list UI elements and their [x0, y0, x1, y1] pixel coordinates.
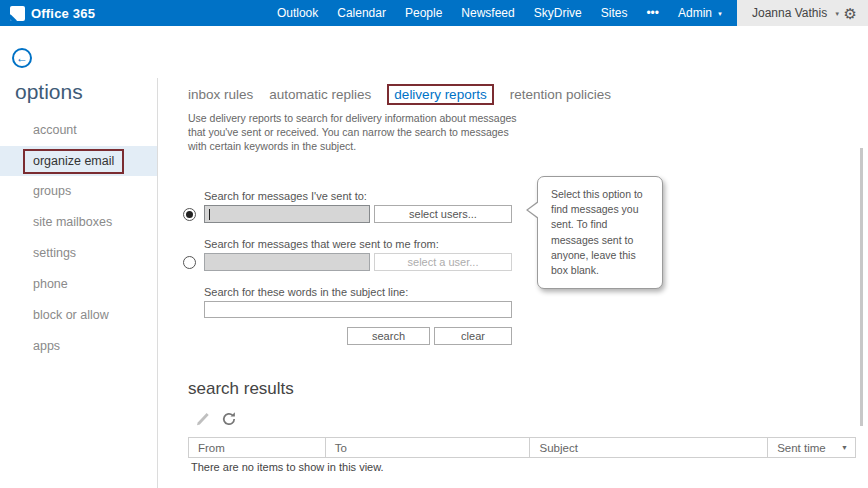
column-header-sent-time[interactable]: Sent time ▼: [768, 438, 856, 457]
sidebar-item-site-mailboxes[interactable]: site mailboxes: [0, 207, 157, 238]
column-header-from[interactable]: From: [189, 438, 326, 457]
column-label: Sent time: [777, 442, 826, 454]
column-label: From: [198, 442, 225, 454]
user-menu[interactable]: Joanna Vathis ▼: [752, 6, 840, 20]
sidebar: account organize email groups site mailb…: [0, 115, 157, 362]
tab-retention-policies[interactable]: retention policies: [510, 87, 611, 102]
sidebar-divider: [157, 78, 158, 488]
sent-from-input[interactable]: [204, 253, 370, 271]
topbar-user-area: Joanna Vathis ▼ ⚙: [737, 0, 868, 26]
select-a-user-button[interactable]: select a user...: [374, 253, 512, 271]
admin-menu[interactable]: Admin ▼: [678, 6, 723, 20]
owa-options-screen: Office 365 Outlook Calendar People Newsf…: [0, 0, 868, 488]
column-label: Subject: [539, 442, 577, 454]
back-button[interactable]: ←: [12, 48, 32, 68]
sidebar-item-block-or-allow[interactable]: block or allow: [0, 300, 157, 331]
results-table-header: From To Subject Sent time ▼: [188, 437, 856, 458]
empty-results-message: There are no items to show in this view.: [191, 461, 384, 473]
sent-to-label: Search for messages I've sent to:: [204, 190, 367, 202]
tab-inbox-rules[interactable]: inbox rules: [188, 87, 253, 102]
clear-button[interactable]: clear: [434, 327, 512, 345]
page-title: options: [15, 80, 83, 104]
topnav-item-calendar[interactable]: Calendar: [337, 6, 386, 20]
office365-logo-icon: [10, 6, 25, 21]
text-cursor: [209, 209, 210, 220]
refresh-icon[interactable]: [221, 411, 237, 427]
tab-bar: inbox rules automatic replies delivery r…: [188, 84, 611, 105]
sent-to-radio[interactable]: [183, 208, 196, 221]
tab-description: Use delivery reports to search for deliv…: [188, 111, 530, 154]
topnav-item-people[interactable]: People: [405, 6, 442, 20]
more-apps-button[interactable]: •••: [646, 6, 659, 20]
edit-pencil-icon[interactable]: [195, 411, 211, 427]
vertical-scrollbar[interactable]: [860, 148, 863, 426]
column-header-subject[interactable]: Subject: [530, 438, 768, 457]
select-users-button[interactable]: select users...: [374, 205, 512, 223]
back-arrow-icon: ←: [16, 52, 28, 64]
admin-label: Admin: [678, 6, 712, 20]
office365-brand[interactable]: Office 365: [10, 6, 95, 21]
chevron-down-icon: ▼: [717, 11, 723, 17]
column-header-to[interactable]: To: [326, 438, 531, 457]
search-button[interactable]: search: [347, 327, 430, 345]
topnav-item-skydrive[interactable]: SkyDrive: [534, 6, 582, 20]
gear-icon[interactable]: ⚙: [844, 6, 857, 21]
brand-name: Office 365: [31, 6, 95, 21]
sort-descending-icon[interactable]: ▼: [841, 444, 848, 451]
subject-words-input[interactable]: [204, 301, 512, 318]
sidebar-item-settings[interactable]: settings: [0, 238, 157, 269]
annotation-box: organize email: [23, 149, 124, 174]
tooltip-callout: Select this option to find messages you …: [537, 176, 663, 289]
sidebar-item-organize-email[interactable]: organize email: [0, 146, 157, 176]
search-results-title: search results: [188, 379, 294, 399]
topnav: Outlook Calendar People Newsfeed SkyDriv…: [277, 6, 737, 20]
user-name: Joanna Vathis: [752, 6, 827, 20]
topbar: Office 365 Outlook Calendar People Newsf…: [0, 0, 737, 26]
topnav-item-newsfeed[interactable]: Newsfeed: [461, 6, 514, 20]
sent-from-label: Search for messages that were sent to me…: [204, 238, 439, 250]
subject-words-label: Search for these words in the subject li…: [204, 286, 408, 298]
tab-delivery-reports[interactable]: delivery reports: [387, 84, 493, 105]
topnav-item-sites[interactable]: Sites: [601, 6, 628, 20]
sidebar-item-label: organize email: [33, 154, 114, 168]
sent-to-input[interactable]: [204, 205, 370, 223]
tab-automatic-replies[interactable]: automatic replies: [269, 87, 371, 102]
sidebar-item-phone[interactable]: phone: [0, 269, 157, 300]
sidebar-item-groups[interactable]: groups: [0, 176, 157, 207]
sent-from-radio[interactable]: [183, 256, 196, 269]
topnav-item-outlook[interactable]: Outlook: [277, 6, 318, 20]
sidebar-item-account[interactable]: account: [0, 115, 157, 146]
sidebar-item-apps[interactable]: apps: [0, 331, 157, 362]
chevron-down-icon: ▼: [834, 11, 840, 17]
column-label: To: [335, 442, 347, 454]
